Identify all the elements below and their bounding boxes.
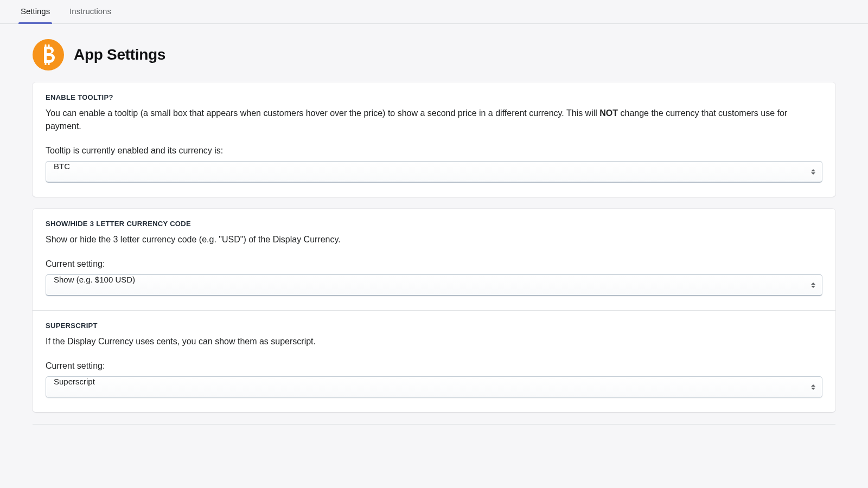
currency-code-select[interactable]: Show (e.g. $100 USD) <box>46 274 822 296</box>
tooltip-currency-select[interactable]: BTC <box>46 161 822 183</box>
tooltip-description: You can enable a tooltip (a small box th… <box>46 107 822 133</box>
page-header: App Settings <box>0 24 868 82</box>
tooltip-card: ENABLE TOOLTIP? You can enable a tooltip… <box>33 82 835 197</box>
currency-code-description: Show or hide the 3 letter currency code … <box>46 233 822 246</box>
superscript-description: If the Display Currency uses cents, you … <box>46 335 822 348</box>
tab-instructions[interactable]: Instructions <box>67 0 113 23</box>
page-title: App Settings <box>74 46 165 63</box>
currency-code-heading: SHOW/HIDE 3 LETTER CURRENCY CODE <box>46 220 822 228</box>
tooltip-heading: ENABLE TOOLTIP? <box>46 93 822 101</box>
currency-code-card: SHOW/HIDE 3 LETTER CURRENCY CODE Show or… <box>33 209 835 412</box>
tooltip-desc-strong: NOT <box>599 108 618 118</box>
tabs-bar: Settings Instructions <box>0 0 868 24</box>
superscript-heading: SUPERSCRIPT <box>46 322 822 330</box>
currency-code-field-label: Current setting: <box>46 259 822 269</box>
footer-divider <box>33 424 835 425</box>
superscript-field-label: Current setting: <box>46 361 822 371</box>
superscript-select[interactable]: Superscript <box>46 376 822 398</box>
tooltip-field-label: Tooltip is currently enabled and its cur… <box>46 146 822 156</box>
tooltip-desc-pre: You can enable a tooltip (a small box th… <box>46 108 599 118</box>
bitcoin-icon <box>33 39 64 70</box>
tab-settings[interactable]: Settings <box>18 0 52 23</box>
